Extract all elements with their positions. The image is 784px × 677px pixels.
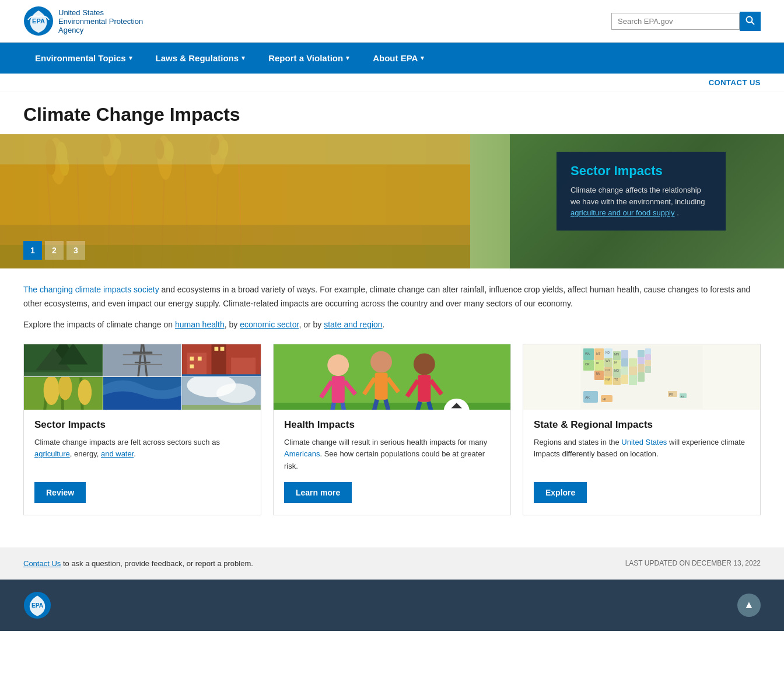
sector-review-button[interactable]: Review: [34, 482, 86, 503]
sector-card-desc: Climate change impacts are felt across s…: [34, 437, 250, 473]
svg-line-3: [752, 22, 755, 25]
svg-rect-47: [190, 357, 194, 361]
svg-rect-114: [645, 354, 651, 360]
footer-contact-bar: Contact Us to ask a question, provide fe…: [0, 547, 784, 580]
svg-rect-48: [198, 357, 202, 361]
agency-line2: Environmental Protection: [58, 17, 143, 26]
main-content: The changing climate impacts society and…: [0, 268, 784, 547]
agriculture-link[interactable]: agriculture: [34, 449, 70, 458]
slide-2-button[interactable]: 2: [45, 241, 64, 260]
state-link[interactable]: state and region: [324, 320, 382, 329]
svg-rect-106: [629, 358, 637, 367]
svg-text:MT: MT: [596, 352, 600, 355]
footer-last-updated: LAST UPDATED ON DECEMBER 13, 2022: [625, 559, 761, 567]
svg-text:OR: OR: [585, 362, 590, 366]
svg-rect-64: [274, 344, 510, 410]
nav-report-violation[interactable]: Report a Violation ▾: [257, 43, 361, 74]
footer-contact-text: Contact Us to ask a question, provide fe…: [23, 559, 253, 568]
hero-box-link[interactable]: agriculture and our food supply: [570, 208, 675, 217]
sector-link[interactable]: economic sector: [240, 320, 299, 329]
svg-rect-112: [638, 372, 645, 382]
slide-1-button[interactable]: 1: [23, 241, 42, 260]
svg-rect-50: [215, 347, 219, 351]
svg-text:NV: NV: [596, 372, 601, 375]
state-card-title: State & Regional Impacts: [534, 419, 750, 431]
search-icon: [746, 16, 755, 25]
svg-text:ND: ND: [606, 351, 610, 354]
sky-cell: [182, 377, 261, 410]
hero-info-box: Sector Impacts Climate change affects th…: [556, 152, 726, 231]
svg-point-72: [370, 351, 392, 372]
chevron-down-icon: ▾: [346, 54, 349, 62]
svg-text:EPA: EPA: [32, 602, 44, 609]
slide-indicators: 1 2 3: [23, 241, 85, 260]
svg-rect-35: [103, 344, 182, 377]
epa-agency-text: United States Environmental Protection A…: [58, 8, 143, 34]
city-cell: [182, 344, 261, 377]
svg-text:WY: WY: [606, 359, 611, 362]
svg-rect-113: [645, 348, 651, 354]
svg-text:AS: AS: [681, 395, 684, 398]
slide-3-button[interactable]: 3: [66, 241, 85, 260]
nav-environmental-topics[interactable]: Environmental Topics ▾: [23, 43, 144, 74]
footer-epa-logo: EPA: [23, 591, 51, 619]
state-card-desc: Regions and states in the United States …: [534, 437, 750, 473]
site-header: EPA United States Environmental Protecti…: [0, 0, 784, 43]
svg-rect-29: [0, 134, 470, 165]
contact-bar: CONTACT US: [0, 74, 784, 92]
svg-rect-111: [638, 364, 645, 372]
chevron-down-icon: ▾: [129, 54, 132, 62]
svg-text:ID: ID: [596, 361, 599, 365]
explore-paragraph: Explore the impacts of climate change on…: [23, 320, 761, 329]
health-card-body: Health Impacts Climate change will resul…: [274, 410, 510, 515]
health-link[interactable]: human health: [175, 320, 225, 329]
svg-rect-45: [231, 357, 256, 376]
svg-point-78: [414, 353, 435, 375]
epa-emblem-icon: EPA: [23, 6, 54, 36]
state-card-image: WA OR MT ID NV ND WY CO NM MN IA MO TX A…: [523, 344, 760, 410]
health-card-desc: Climate change will result in serious he…: [284, 437, 500, 473]
search-input[interactable]: [611, 13, 740, 30]
search-button[interactable]: [740, 12, 761, 31]
nav-laws-regulations[interactable]: Laws & Regulations ▾: [144, 43, 257, 74]
main-nav: Environmental Topics ▾ Laws & Regulation…: [0, 43, 784, 74]
state-card-body: State & Regional Impacts Regions and sta…: [523, 410, 760, 515]
water-cell: [103, 377, 182, 410]
search-area: [611, 12, 761, 31]
footer-dark-bar: EPA ▲: [0, 580, 784, 631]
svg-text:TX: TX: [614, 378, 618, 381]
intro-paragraph: The changing climate impacts society and…: [23, 283, 761, 311]
sector-card-body: Sector Impacts Climate change impacts ar…: [24, 410, 261, 515]
hero-box-text: Climate change affects the relationship …: [570, 184, 712, 219]
svg-rect-108: [629, 375, 637, 385]
state-explore-button[interactable]: Explore: [534, 482, 587, 503]
svg-text:HI: HI: [603, 397, 606, 401]
sector-card: Sector Impacts Climate change impacts ar…: [23, 344, 261, 515]
epa-logo: EPA United States Environmental Protecti…: [23, 6, 143, 36]
svg-rect-34: [24, 372, 103, 377]
svg-text:CO: CO: [606, 368, 610, 372]
svg-rect-116: [645, 366, 651, 373]
svg-text:EPA: EPA: [32, 18, 45, 25]
svg-text:WA: WA: [585, 352, 590, 355]
svg-rect-49: [190, 364, 194, 368]
health-card-image: [274, 344, 510, 410]
health-card-title: Health Impacts: [284, 419, 500, 431]
svg-rect-67: [332, 376, 345, 403]
agency-line3: Agency: [58, 26, 143, 34]
svg-rect-63: [182, 405, 261, 410]
svg-text:AK: AK: [585, 396, 590, 399]
tower-cell: [103, 344, 182, 377]
footer-contact-link[interactable]: Contact Us: [23, 559, 61, 568]
chevron-down-icon: ▾: [421, 54, 424, 62]
corn-cell: [24, 377, 103, 410]
back-to-top-button[interactable]: ▲: [737, 594, 761, 617]
page-title: Climate Change Impacts: [0, 92, 784, 134]
svg-rect-65: [274, 403, 510, 410]
health-learn-more-button[interactable]: Learn more: [284, 482, 352, 503]
agency-line1: United States: [58, 8, 143, 17]
contact-us-link[interactable]: CONTACT US: [709, 78, 761, 87]
water-link[interactable]: and water: [101, 449, 134, 458]
svg-text:MO: MO: [614, 369, 619, 372]
nav-about-epa[interactable]: About EPA ▾: [361, 43, 436, 74]
